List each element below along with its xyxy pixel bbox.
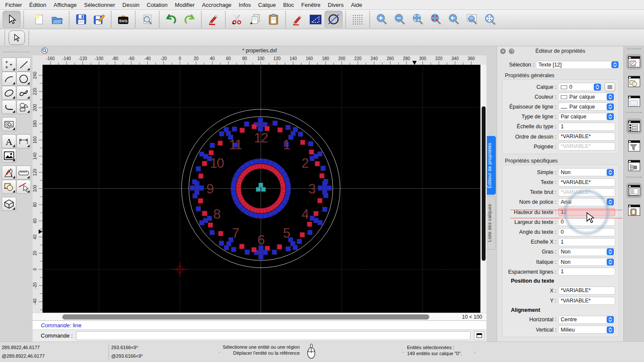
zoom-pan-button[interactable] [481, 11, 499, 28]
select-tool-button[interactable] [3, 11, 21, 28]
specific-3-field[interactable]: Arial [558, 198, 615, 206]
tool-dim[interactable] [16, 134, 31, 148]
specific-5-field[interactable]: 0 [558, 218, 615, 226]
tool-ellipse[interactable] [2, 86, 16, 100]
specific-6-field[interactable]: 0 [558, 228, 615, 236]
general-2-field[interactable]: Par calque [558, 103, 615, 111]
zoom-auto-button[interactable] [409, 11, 427, 28]
svg-export-button[interactable]: SVG [114, 11, 132, 28]
selection-arrow-button[interactable] [9, 30, 25, 45]
undo-button[interactable] [162, 11, 180, 28]
save-as-button[interactable] [90, 11, 108, 28]
command-panel-toggle[interactable] [474, 331, 484, 340]
align-0-field[interactable]: Centre [558, 316, 615, 324]
menu-aide[interactable]: Aide [351, 2, 362, 8]
menu-fichier[interactable]: Fichier [5, 2, 22, 8]
save-button[interactable] [72, 11, 90, 28]
tool-blocks[interactable] [2, 180, 16, 194]
panel-close-button[interactable]: ✕ [500, 48, 506, 54]
cad-canvas[interactable]: 121234567891011-160-140-120-100-80-60-40… [33, 55, 486, 313]
tool-image[interactable] [2, 148, 16, 163]
zoom-in-button[interactable] [373, 11, 391, 28]
menu-divers[interactable]: Divers [328, 2, 344, 8]
dock-command-line[interactable] [626, 183, 642, 198]
layer-menu-button[interactable] [605, 82, 615, 91]
general-0-field[interactable]: 0 [558, 83, 602, 91]
tool-hatch[interactable] [2, 117, 16, 131]
tool-shapes[interactable] [16, 100, 31, 114]
menu-modifier[interactable]: Modifier [175, 2, 194, 8]
zoom-out-button[interactable] [391, 11, 409, 28]
specific-2-field[interactable]: *VARIABLE* [558, 188, 615, 196]
dock-property-editor[interactable] [626, 118, 642, 134]
position-1-field[interactable]: *VARIABLE* [558, 297, 615, 305]
redo-button[interactable] [180, 11, 198, 28]
svg-text:240: 240 [33, 72, 37, 79]
menu-infos[interactable]: Infos [239, 2, 251, 8]
zoom-previous-button[interactable] [445, 11, 463, 28]
zoom-selection-button[interactable] [427, 11, 445, 28]
tool-points[interactable]: +++ [2, 57, 16, 72]
general-5-field[interactable]: *VARIABLE* [558, 133, 615, 141]
dock-cad-tools[interactable] [626, 54, 642, 69]
canvas-hscrollbar[interactable]: 10 < 100 [33, 313, 486, 320]
tool-line[interactable] [16, 57, 31, 72]
dock-block-list[interactable] [626, 74, 642, 89]
dock-selection-filter[interactable] [626, 138, 642, 154]
tab-layer-list[interactable]: Liste des calques [487, 196, 496, 250]
document-title-bar[interactable]: * properties.dxf [33, 46, 486, 55]
general-4-field[interactable]: 1 [558, 123, 615, 131]
tool-measure[interactable] [16, 166, 31, 180]
menu-fenêtre[interactable]: Fenêtre [301, 2, 321, 8]
draw-button[interactable] [289, 11, 307, 28]
selection-combo[interactable]: Texte [12] [536, 61, 620, 69]
position-0-field[interactable]: *VARIABLE* [558, 287, 615, 295]
grid-toggle-button[interactable] [349, 11, 367, 28]
zoom-window-button[interactable] [463, 11, 481, 28]
menu-accrochage[interactable]: Accrochage [202, 2, 231, 8]
specific-0-field[interactable]: Non [558, 168, 615, 176]
general-6-field[interactable]: *VARIABLE* [558, 142, 615, 151]
cut-button[interactable]: + [228, 11, 246, 28]
tool-text[interactable]: A [2, 134, 16, 148]
paste-button[interactable] [264, 11, 283, 28]
dock-lamp[interactable] [626, 158, 642, 173]
command-input[interactable] [76, 331, 471, 340]
specific-9-field[interactable]: Non [558, 258, 615, 266]
menu-affichage[interactable]: Affichage [54, 2, 77, 8]
general-3-field[interactable]: Par calque [558, 113, 615, 121]
open-file-button[interactable] [48, 11, 66, 28]
specific-4-field[interactable]: 12 [558, 208, 615, 216]
menu-dessin[interactable]: Dessin [122, 2, 140, 8]
tool-polyline[interactable] [2, 100, 16, 114]
tool-spline[interactable] [16, 86, 31, 100]
menu-calque[interactable]: Calque [258, 2, 276, 8]
command-prompt-label: Commande : [41, 332, 73, 339]
menu-cotation[interactable]: Cotation [147, 2, 167, 8]
menu-bloc[interactable]: Bloc [283, 2, 294, 8]
align-1-field[interactable]: Milieu [558, 326, 615, 334]
specific-8-field[interactable]: Non [558, 248, 615, 256]
specific-7-field[interactable]: 1 [558, 238, 615, 246]
tool-modify[interactable] [2, 166, 16, 180]
tab-property-editor[interactable]: Éditeur de propriétés [487, 136, 496, 195]
panel-detach-button[interactable]: ❐ [509, 48, 514, 54]
menu-sélectionner[interactable]: Sélectionner [84, 2, 115, 8]
line-angle-button[interactable] [307, 11, 325, 28]
hscroll-thumb[interactable] [62, 314, 429, 320]
delete-button[interactable] [204, 11, 222, 28]
tool-arc[interactable] [2, 72, 16, 86]
menu-édition[interactable]: Édition [29, 2, 46, 8]
tool-circle[interactable] [16, 72, 31, 86]
dock-clipboard[interactable] [626, 202, 642, 218]
copy-button[interactable]: + [246, 11, 264, 28]
general-1-field[interactable]: Par calque [558, 93, 615, 101]
new-file-button[interactable] [30, 11, 48, 28]
print-preview-button[interactable] [138, 11, 156, 28]
specific-10-field[interactable]: 1 [558, 268, 615, 276]
tool-cube[interactable] [2, 197, 16, 211]
tool-selred[interactable] [16, 180, 31, 194]
dock-library-browser[interactable] [626, 94, 642, 109]
circle-toggle-button[interactable] [325, 11, 343, 28]
specific-1-field[interactable]: *VARIABLE* [558, 178, 615, 187]
